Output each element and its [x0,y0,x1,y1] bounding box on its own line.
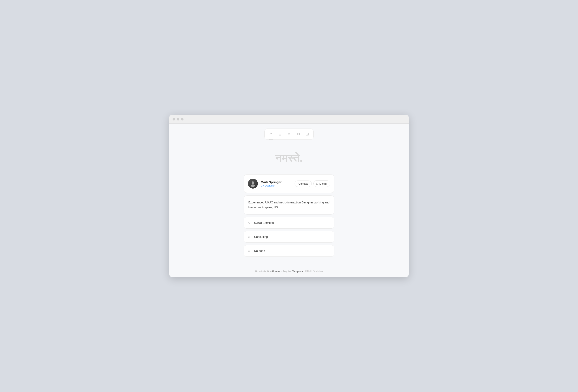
browser-window: ⊙ ⊞ ☺ ✉ ⊡ नमस्ते. [169,115,409,277]
email-icon: □ [316,182,318,185]
email-label: E-mail [319,182,327,185]
svg-point-0 [252,181,254,184]
nav-item-home[interactable]: ⊙ [267,130,275,138]
arrow-icon-c: → [327,249,330,253]
svg-point-1 [251,184,255,187]
browser-titlebar [169,115,409,124]
email-button[interactable]: □ E-mail [313,180,330,187]
nav-item-mail[interactable]: ✉ [294,130,302,138]
avatar [248,179,258,189]
arrow-icon: → [327,221,330,225]
main-content: Mark Springer UX Designer Contact □ E-ma… [243,174,335,257]
mail-icon: ✉ [297,132,300,136]
avatar-image [248,179,258,189]
bio-card: Experienced UI/UX and micro-interaction … [243,195,335,214]
profile-info: Mark Springer UX Designer [261,180,292,187]
browser-content: ⊙ ⊞ ☺ ✉ ⊡ नमस्ते. [169,124,409,277]
profile-actions: Contact □ E-mail [294,180,330,187]
footer-prefix: Proudly built in [255,270,272,273]
face-icon: ☺ [287,132,291,136]
footer-template-link[interactable]: Template [292,270,303,273]
contact-button[interactable]: Contact [294,180,312,187]
nav-item-bag[interactable]: ⊡ [303,130,311,138]
profile-title: UX Designer [261,184,292,187]
nav-item-grid[interactable]: ⊞ [276,130,284,138]
footer-suffix: · ©2024 Obsidian [303,270,323,273]
service-item-consulting[interactable]: B Consulting → [243,231,335,243]
footer-middle: · Buy this [281,270,292,273]
service-letter-c: C [248,249,251,252]
service-name-nocode: No-code [254,249,324,253]
footer-framer-link[interactable]: Framer [272,270,281,273]
service-name-consulting: Consulting [254,235,324,238]
greeting-text: नमस्ते. [275,152,303,165]
service-item-uxui[interactable]: A UX/UI Services → [243,217,335,229]
footer: Proudly built in Framer · Buy this Templ… [169,265,409,277]
dot-close [173,118,175,121]
service-letter-a: A [248,221,251,224]
browser-dots [173,118,184,121]
bag-icon: ⊡ [306,132,309,136]
home-icon: ⊙ [269,132,273,136]
bio-text: Experienced UI/UX and micro-interaction … [248,200,330,210]
profile-name: Mark Springer [261,180,292,184]
nav-bar: ⊙ ⊞ ☺ ✉ ⊡ [264,129,314,140]
nav-item-face[interactable]: ☺ [285,130,293,138]
service-name-uxui: UX/UI Services [254,221,324,224]
profile-card: Mark Springer UX Designer Contact □ E-ma… [243,174,335,193]
service-letter-b: B [248,235,251,238]
dot-minimize [177,118,179,121]
grid-icon: ⊞ [279,132,282,136]
service-item-nocode[interactable]: C No-code → [243,245,335,257]
arrow-icon-b: → [327,235,330,239]
dot-maximize [181,118,184,121]
